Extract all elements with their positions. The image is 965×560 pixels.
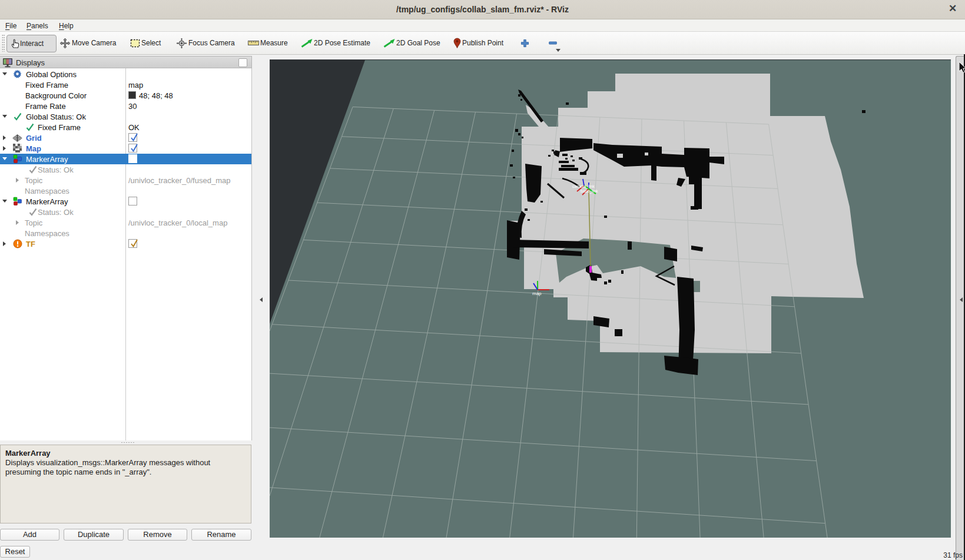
svg-text:base_link: base_link bbox=[581, 189, 598, 194]
svg-text:camera_link: camera_link bbox=[572, 184, 595, 189]
svg-text:map: map bbox=[532, 291, 542, 296]
